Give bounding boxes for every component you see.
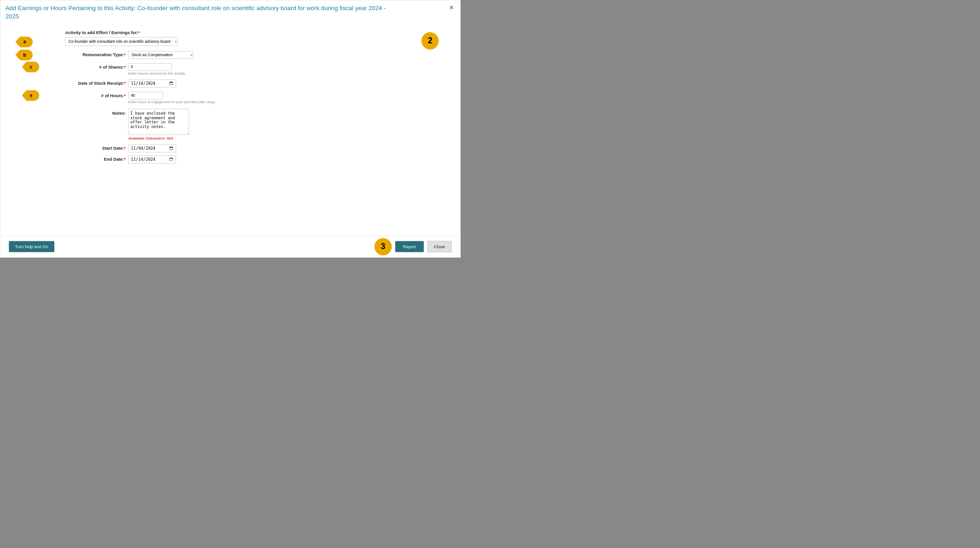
shares-input[interactable] <box>128 63 172 70</box>
activity-label: Activity to add Effort / Earnings for:* <box>65 30 140 35</box>
hours-hint: Enter hours of engagement for your speci… <box>128 100 448 104</box>
shares-label: # of Shares:* <box>65 64 126 70</box>
start-date-input[interactable] <box>128 144 176 152</box>
notes-textarea[interactable]: I have enclosed the stock agreement and … <box>128 109 189 134</box>
report-button[interactable]: Report <box>395 241 424 252</box>
date-stock-input[interactable] <box>128 79 176 87</box>
close-icon[interactable]: ✕ <box>448 5 455 11</box>
help-text-button[interactable]: Turn help text On <box>9 241 54 252</box>
step-badge-3: 3 <box>374 238 392 256</box>
hours-input[interactable] <box>128 92 163 99</box>
annotation-c: c <box>22 62 39 73</box>
shares-hint: Enter shares received for this activity. <box>128 71 448 75</box>
annotation-e: e <box>22 90 39 101</box>
remuneration-label: Remuneration Type:* <box>65 52 126 58</box>
date-stock-label: Date of Stock Receipt:* <box>65 81 126 86</box>
end-date-input[interactable] <box>128 155 176 163</box>
activity-select[interactable]: Co-founder with consultant role on scien… <box>65 37 177 46</box>
hours-label: # of Hours:* <box>65 93 126 98</box>
close-button[interactable]: Close <box>427 241 452 252</box>
available-chars: Available Characters: 924 <box>128 136 173 140</box>
annotation-b: b <box>15 49 33 60</box>
remuneration-select[interactable]: Stock as CompensationSalaryHourlyOther <box>128 51 193 59</box>
annotation-a: a <box>15 36 33 47</box>
start-date-label: Start Date:* <box>65 146 126 151</box>
modal-title: Add Earnings or Hours Pertaining to this… <box>6 4 395 21</box>
end-date-label: End Date:* <box>65 157 126 162</box>
notes-label: Notes: <box>65 109 126 116</box>
